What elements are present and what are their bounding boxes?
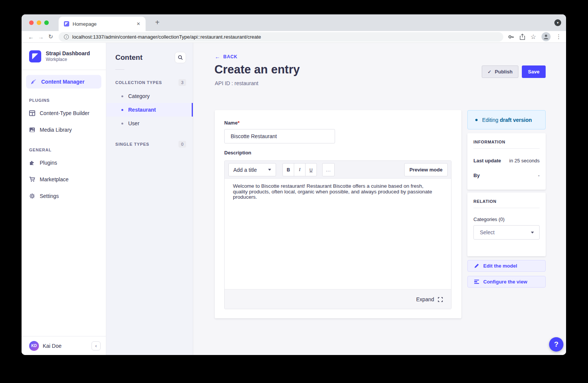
password-key-icon[interactable] xyxy=(508,34,514,40)
subnav-item-category[interactable]: Category xyxy=(106,89,193,103)
main-sidebar: Strapi Dashboard Workplace Content Manag… xyxy=(22,43,106,355)
sidebar-item-marketplace[interactable]: Marketplace xyxy=(22,171,106,188)
subnav-item-label: Restaurant xyxy=(128,107,156,113)
divider xyxy=(115,69,124,70)
puzzle-icon xyxy=(29,160,35,166)
name-field-label: Name* xyxy=(224,120,335,126)
sidebar-item-media-library[interactable]: Media Library xyxy=(22,121,106,138)
help-button[interactable]: ? xyxy=(549,337,563,352)
single-types-header: SINGLE TYPES xyxy=(115,142,149,146)
divider xyxy=(473,148,540,149)
forward-nav-icon[interactable]: → xyxy=(36,34,46,40)
publish-button[interactable]: ✓ Publish xyxy=(482,65,518,78)
strapi-logo-icon xyxy=(29,50,41,62)
description-textarea[interactable]: Welcome to Biscotte restaurant! Restaura… xyxy=(225,179,451,289)
italic-button[interactable]: I xyxy=(294,163,306,176)
api-id-subtitle: API ID : restaurant xyxy=(215,80,258,86)
url-text: localhost:1337/admin/content-manager/col… xyxy=(72,34,261,40)
back-link[interactable]: ← BACK xyxy=(215,54,237,60)
bookmark-star-icon[interactable]: ☆ xyxy=(531,33,536,41)
more-formatting-button[interactable]: ... xyxy=(322,163,335,176)
name-input[interactable] xyxy=(224,129,335,143)
media-image-icon xyxy=(29,127,35,133)
bullet-icon xyxy=(121,123,123,125)
site-info-icon[interactable]: i xyxy=(64,34,69,39)
sidebar-item-content-type-builder[interactable]: Content-Type Builder xyxy=(22,105,106,121)
sidebar-item-label: Media Library xyxy=(40,127,72,133)
title-style-select[interactable]: Add a title xyxy=(228,163,276,176)
minimize-window-button[interactable] xyxy=(37,20,41,25)
app-name: Strapi Dashboard xyxy=(46,50,90,57)
expand-label[interactable]: Expand xyxy=(416,296,434,302)
status-dot-icon xyxy=(475,119,478,121)
sidebar-item-plugins[interactable]: Plugins xyxy=(22,154,106,171)
last-update-label: Last update xyxy=(473,158,501,163)
edit-model-button[interactable]: Edit the model xyxy=(467,260,546,272)
layout-icon xyxy=(29,110,35,116)
information-title: INFORMATION xyxy=(473,140,540,144)
publish-label: Publish xyxy=(495,69,513,75)
sidebar-item-content-manager[interactable]: Content Manager xyxy=(26,75,101,89)
search-button[interactable] xyxy=(175,52,186,63)
categories-field-label: Categories (0) xyxy=(473,216,540,222)
browser-menu-icon[interactable]: ⋮ xyxy=(556,33,562,40)
save-button[interactable]: Save xyxy=(522,65,546,78)
edit-pen-icon xyxy=(31,79,37,85)
new-tab-button[interactable]: + xyxy=(152,18,163,27)
draft-bold: draft version xyxy=(500,117,532,123)
underline-button[interactable]: U xyxy=(305,163,317,176)
browser-avatar-icon[interactable] xyxy=(541,32,551,41)
pencil-icon xyxy=(474,263,479,268)
strapi-admin: Strapi Dashboard Workplace Content Manag… xyxy=(22,43,566,355)
sidebar-item-label: Plugins xyxy=(40,160,57,166)
collapse-sidebar-button[interactable]: ‹ xyxy=(92,341,101,350)
sidebar-item-label: Settings xyxy=(40,193,59,199)
title-style-value: Add a title xyxy=(233,167,257,173)
bullet-icon xyxy=(121,95,123,97)
browser-tab-bar: Homepage ✕ + ▼ xyxy=(22,14,566,31)
general-section-header: GENERAL xyxy=(22,148,106,152)
configure-lines-icon xyxy=(474,280,479,284)
subnav-item-label: User xyxy=(128,120,140,126)
back-nav-icon[interactable]: ← xyxy=(26,34,36,40)
workspace-header[interactable]: Strapi Dashboard Workplace xyxy=(22,43,106,70)
user-avatar[interactable]: KD xyxy=(29,341,39,351)
bullet-icon xyxy=(121,109,123,111)
subnav-item-user[interactable]: User xyxy=(106,117,193,130)
editor-footer: Expand xyxy=(225,289,451,309)
relation-title: RELATION xyxy=(473,199,540,204)
close-tab-icon[interactable]: ✕ xyxy=(135,20,142,27)
page-title: Create an entry xyxy=(214,63,300,76)
single-types-count-badge: 0 xyxy=(178,141,186,148)
reload-icon[interactable]: ↻ xyxy=(46,33,56,40)
categories-select[interactable]: Select xyxy=(473,225,540,240)
preview-mode-button[interactable]: Preview mode xyxy=(404,163,448,176)
configure-view-button[interactable]: Configure the view xyxy=(467,276,546,288)
expand-icon[interactable] xyxy=(438,297,443,302)
required-asterisk: * xyxy=(237,120,239,126)
share-icon[interactable] xyxy=(520,34,525,40)
subnav-item-restaurant[interactable]: Restaurant xyxy=(106,103,193,117)
browser-tab[interactable]: Homepage ✕ xyxy=(59,17,146,31)
chevron-down-icon xyxy=(531,232,534,234)
configure-view-label: Configure the view xyxy=(483,279,527,285)
subnav-title: Content xyxy=(115,53,143,62)
sidebar-item-settings[interactable]: Settings xyxy=(22,188,106,204)
bold-button[interactable]: B xyxy=(282,163,294,176)
close-window-button[interactable] xyxy=(29,20,34,25)
user-footer: KD Kai Doe ‹ xyxy=(22,336,106,355)
browser-window: Homepage ✕ + ▼ ← → ↻ i localhost:1337/ad… xyxy=(22,14,566,355)
last-update-value: in 25 seconds xyxy=(509,158,540,163)
sidebar-item-label: Content-Type Builder xyxy=(40,110,90,116)
name-label-text: Name xyxy=(224,120,237,126)
draft-status-badge: Editing draft version xyxy=(467,110,546,129)
chevron-down-icon xyxy=(268,169,271,171)
browser-toolbar: ← → ↻ i localhost:1337/admin/content-man… xyxy=(22,31,566,43)
categories-select-placeholder: Select xyxy=(480,229,495,235)
main-content: ← BACK Create an entry API ID : restaura… xyxy=(193,43,566,355)
address-bar[interactable]: i localhost:1337/admin/content-manager/c… xyxy=(59,32,503,42)
by-label: By xyxy=(473,173,480,178)
back-arrow-icon: ← xyxy=(215,54,220,60)
browser-profile-chevron-icon[interactable]: ▼ xyxy=(554,19,561,26)
maximize-window-button[interactable] xyxy=(44,20,49,25)
